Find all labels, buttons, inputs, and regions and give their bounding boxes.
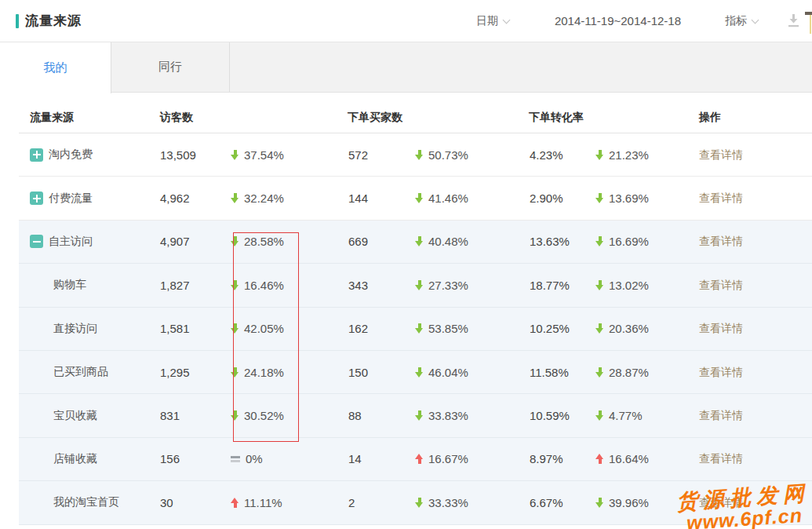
arrow-down-icon — [231, 410, 239, 421]
change-value: 41.46% — [428, 192, 468, 205]
download-icon[interactable] — [786, 14, 801, 27]
change-value: 24.18% — [244, 366, 284, 379]
arrow-up-icon — [231, 498, 239, 508]
change-value: 21.23% — [609, 148, 649, 162]
arrow-down-icon — [595, 410, 604, 421]
title-accent-bar — [16, 14, 19, 28]
expand-plus-icon[interactable] — [30, 148, 43, 162]
buyers-change: 27.33% — [415, 279, 526, 292]
action-cell: 查看详情 — [699, 191, 812, 206]
view-details-link[interactable]: 查看详情 — [699, 235, 743, 247]
buyers-change: 33.33% — [415, 496, 526, 509]
chevron-down-icon — [752, 16, 759, 24]
change-value: 50.73% — [428, 148, 468, 162]
change-value: 16.67% — [428, 452, 468, 465]
visitors-change: 30.52% — [231, 409, 344, 422]
change-value: 40.48% — [428, 235, 468, 248]
view-details-link[interactable]: 查看详情 — [699, 192, 743, 204]
conversion-value: 10.25% — [526, 322, 595, 335]
table-row: 我的淘宝首页 30 11.11% 2 33.33% 6.67% 39.96% 查… — [19, 481, 812, 524]
view-details-link[interactable]: 查看详情 — [699, 366, 743, 378]
metric-dropdown-label: 指标 — [725, 14, 747, 28]
conversion-value: 11.58% — [526, 366, 595, 379]
conversion-value: 2.90% — [526, 192, 595, 205]
view-details-link[interactable]: 查看详情 — [699, 322, 743, 334]
buyers-change: 41.46% — [415, 192, 526, 205]
conversion-change: 39.96% — [595, 496, 699, 509]
conversion-value: 6.67% — [526, 496, 595, 509]
arrow-up-icon — [595, 454, 604, 464]
conversion-value: 4.23% — [526, 148, 595, 162]
action-cell: 查看详情 — [699, 234, 812, 249]
arrow-down-icon — [231, 367, 239, 378]
buyers-value: 14 — [344, 452, 415, 465]
change-value: 32.24% — [244, 192, 284, 205]
buyers-value: 572 — [344, 148, 415, 162]
buyers-value: 150 — [344, 366, 415, 379]
table-row: 直接访问 1,581 42.05% 162 53.85% 10.25% 20.3… — [19, 308, 812, 351]
buyers-value: 2 — [344, 496, 415, 509]
arrow-down-icon — [415, 150, 424, 160]
source-cell: 淘内免费 — [30, 148, 156, 162]
view-details-link[interactable]: 查看详情 — [699, 279, 743, 291]
buyers-value: 343 — [344, 279, 415, 292]
conversion-change: 20.36% — [595, 322, 699, 335]
arrow-down-icon — [595, 193, 604, 203]
buyers-value: 669 — [344, 235, 415, 248]
change-value: 28.58% — [244, 235, 284, 248]
source-cell: 已买到商品 — [30, 365, 156, 379]
change-value: 39.96% — [609, 496, 649, 509]
change-value: 53.85% — [428, 322, 468, 335]
source-cell: 直接访问 — [30, 322, 156, 336]
column-header-action: 操作 — [699, 111, 812, 125]
visitors-change: 42.05% — [231, 322, 344, 335]
tab-peers[interactable]: 同行 — [111, 42, 230, 92]
conversion-value: 18.77% — [526, 279, 595, 292]
conversion-change: 21.23% — [595, 148, 699, 162]
change-value: 28.87% — [609, 366, 649, 379]
arrow-down-icon — [231, 236, 239, 246]
table-row: 淘内免费 13,509 37.54% 572 50.73% 4.23% 21.2… — [19, 133, 812, 177]
change-value: 33.33% — [428, 496, 468, 509]
date-dropdown[interactable]: 日期 — [476, 14, 509, 28]
table-row: 宝贝收藏 831 30.52% 88 33.83% 10.59% 4.77% 查… — [19, 394, 812, 437]
view-details-link[interactable]: 查看详情 — [699, 452, 743, 465]
flat-icon — [231, 454, 241, 464]
date-range[interactable]: 2014-11-19~2014-12-18 — [555, 14, 681, 27]
source-label: 我的淘宝首页 — [53, 495, 119, 509]
source-label: 购物车 — [53, 278, 86, 292]
action-cell: 查看详情 — [699, 148, 812, 162]
action-cell: 查看详情 — [699, 495, 812, 510]
table-row: 购物车 1,827 16.46% 343 27.33% 18.77% 13.02… — [19, 264, 812, 307]
visitors-value: 4,962 — [156, 192, 231, 205]
arrow-down-icon — [595, 236, 604, 246]
change-value: 16.46% — [244, 279, 284, 292]
visitors-change: 32.24% — [231, 192, 344, 205]
tab-mine[interactable]: 我的 — [0, 42, 111, 93]
source-label: 宝贝收藏 — [53, 409, 97, 423]
metric-dropdown[interactable]: 指标 — [725, 14, 758, 28]
buyers-change: 33.83% — [415, 409, 526, 422]
source-cell: 宝贝收藏 — [30, 409, 156, 423]
topbar-controls: 日期 2014-11-19~2014-12-18 指标 — [476, 14, 801, 28]
source-label: 自主访问 — [49, 235, 93, 249]
view-details-link[interactable]: 查看详情 — [699, 148, 743, 161]
arrow-down-icon — [415, 280, 424, 290]
source-cell: 我的淘宝首页 — [30, 495, 156, 509]
visitors-value: 30 — [156, 496, 231, 509]
buyers-value: 144 — [344, 192, 415, 205]
collapse-minus-icon[interactable] — [30, 235, 43, 248]
change-value: 27.33% — [428, 279, 468, 292]
arrow-down-icon — [595, 150, 604, 160]
table-body: 淘内免费 13,509 37.54% 572 50.73% 4.23% 21.2… — [19, 133, 812, 525]
column-header-visitors: 访客数 — [156, 111, 344, 125]
tab-filler — [230, 42, 812, 92]
view-details-link[interactable]: 查看详情 — [699, 409, 743, 421]
title-wrap: 流量来源 — [16, 12, 82, 30]
buyers-change: 40.48% — [415, 235, 526, 248]
conversion-value: 8.97% — [526, 452, 595, 465]
arrow-down-icon — [415, 498, 424, 508]
expand-plus-icon[interactable] — [30, 192, 43, 205]
change-value: 11.11% — [244, 496, 282, 509]
view-details-link[interactable]: 查看详情 — [699, 496, 743, 509]
